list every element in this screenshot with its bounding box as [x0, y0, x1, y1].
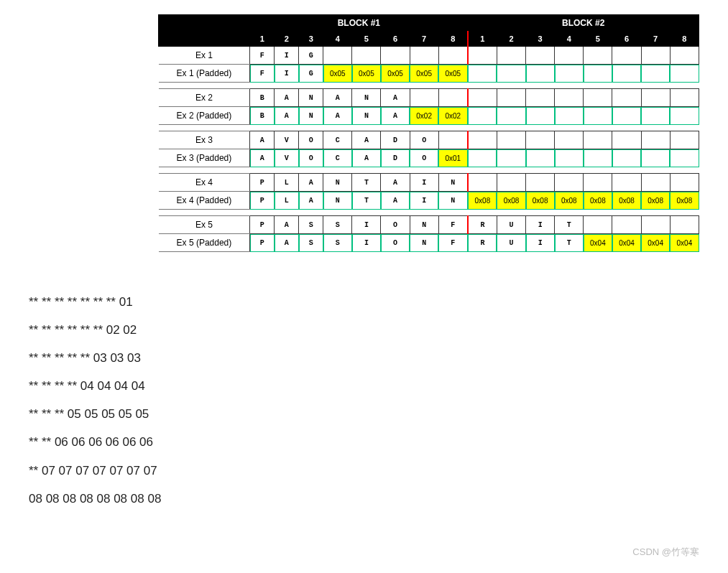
data-cell: N [352, 89, 381, 107]
data-cell: N [352, 107, 381, 125]
data-cell [670, 131, 699, 149]
data-cell: 0x04 [670, 234, 699, 252]
data-cell [497, 65, 525, 83]
pattern-line: ** ** ** ** ** 03 03 03 [29, 344, 699, 372]
data-cell: 0x08 [526, 192, 555, 210]
data-cell [497, 149, 525, 167]
data-cell [584, 89, 612, 107]
data-cell: O [299, 131, 323, 149]
header-block2: BLOCK #2 [468, 15, 699, 32]
data-cell: G [299, 47, 323, 65]
data-cell [584, 47, 612, 65]
data-cell [670, 174, 699, 192]
data-cell: R [468, 234, 497, 252]
data-cell [555, 107, 584, 125]
data-cell [438, 89, 468, 107]
data-cell: O [410, 131, 438, 149]
data-cell [641, 65, 670, 83]
data-cell [612, 216, 641, 234]
data-cell: A [381, 107, 410, 125]
data-cell [641, 174, 670, 192]
data-cell: 0x08 [468, 192, 497, 210]
data-cell: N [299, 107, 323, 125]
data-cell: B [250, 89, 275, 107]
data-cell [497, 89, 525, 107]
data-cell: I [526, 216, 555, 234]
data-cell: N [438, 192, 468, 210]
data-cell: N [410, 216, 438, 234]
data-cell: A [323, 107, 352, 125]
data-cell: T [352, 174, 381, 192]
data-cell: 0x08 [612, 192, 641, 210]
header-col: 7 [410, 32, 438, 47]
data-cell: U [497, 216, 525, 234]
data-cell: C [323, 149, 352, 167]
data-cell: I [410, 192, 438, 210]
data-cell: 0x04 [584, 234, 612, 252]
data-cell: S [323, 216, 352, 234]
data-cell [555, 149, 584, 167]
data-cell [670, 216, 699, 234]
data-cell [584, 107, 612, 125]
data-cell: I [352, 216, 381, 234]
data-cell: I [526, 234, 555, 252]
data-cell: V [275, 131, 299, 149]
data-cell: A [381, 174, 410, 192]
data-cell [670, 89, 699, 107]
data-cell: I [352, 234, 381, 252]
data-cell [526, 65, 555, 83]
header-col: 1 [468, 32, 497, 47]
data-cell: N [299, 89, 323, 107]
header-empty [159, 15, 250, 32]
data-cell: P [250, 234, 275, 252]
header-empty2 [159, 32, 250, 47]
data-cell [497, 174, 525, 192]
data-cell: A [299, 192, 323, 210]
data-cell [468, 174, 497, 192]
data-cell: D [381, 149, 410, 167]
data-cell: I [275, 47, 299, 65]
data-cell: N [410, 234, 438, 252]
data-cell [612, 131, 641, 149]
data-cell: 0x08 [670, 192, 699, 210]
data-cell [438, 47, 468, 65]
data-cell [555, 174, 584, 192]
row-label: Ex 5 (Padded) [159, 234, 250, 252]
data-cell: F [438, 234, 468, 252]
data-cell: A [275, 216, 299, 234]
data-cell: L [275, 192, 299, 210]
header-col: 5 [352, 32, 381, 47]
data-cell: N [438, 174, 468, 192]
data-cell: N [323, 192, 352, 210]
data-cell: P [250, 174, 275, 192]
row-label: Ex 4 (Padded) [159, 192, 250, 210]
data-cell [410, 89, 438, 107]
data-cell [612, 107, 641, 125]
data-cell [555, 65, 584, 83]
data-cell: A [275, 107, 299, 125]
data-cell [497, 107, 525, 125]
data-cell [670, 149, 699, 167]
pattern-list: ** ** ** ** ** ** ** 01** ** ** ** ** **… [29, 288, 699, 513]
data-cell: N [323, 174, 352, 192]
data-cell: S [323, 234, 352, 252]
header-col: 4 [323, 32, 352, 47]
data-cell: 0x01 [438, 149, 468, 167]
pattern-line: 08 08 08 08 08 08 08 08 [29, 485, 699, 513]
data-cell [468, 89, 497, 107]
data-cell [612, 149, 641, 167]
row-label: Ex 3 [159, 131, 250, 149]
header-col: 5 [584, 32, 612, 47]
data-cell [497, 131, 525, 149]
data-cell: T [555, 216, 584, 234]
data-cell: 0x02 [410, 107, 438, 125]
data-cell: P [250, 192, 275, 210]
pattern-line: ** ** ** 05 05 05 05 05 [29, 400, 699, 428]
data-cell: 0x08 [641, 192, 670, 210]
data-cell: A [323, 89, 352, 107]
data-cell [526, 107, 555, 125]
data-cell: 0x04 [612, 234, 641, 252]
data-cell [612, 65, 641, 83]
data-cell [670, 47, 699, 65]
header-block1: BLOCK #1 [250, 15, 468, 32]
